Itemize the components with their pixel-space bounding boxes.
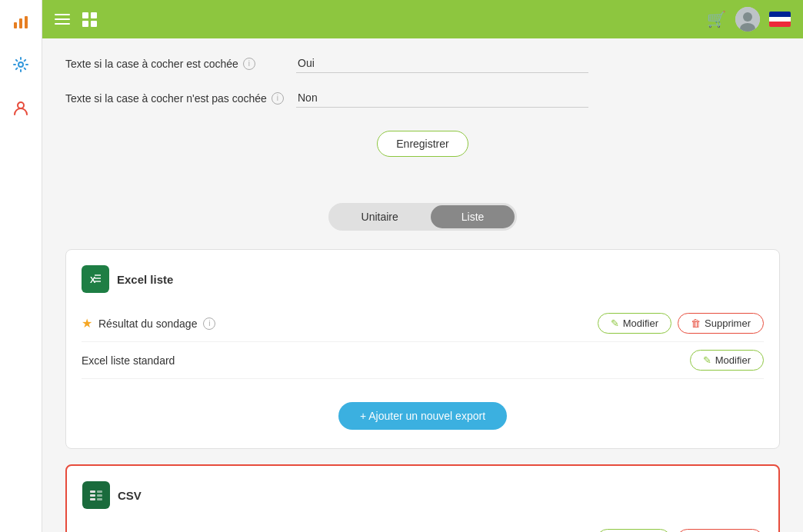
save-button[interactable]: Enregistrer [377, 131, 468, 157]
svg-rect-14 [90, 490, 95, 493]
sidebar-item-settings[interactable] [5, 49, 36, 80]
svg-rect-15 [90, 494, 95, 497]
excel-card-title: Excel liste [117, 273, 173, 286]
csv-row-modele-right: ✎ Modifier 🗑 Supprimer [597, 529, 763, 532]
form-label-checked: Texte si la case à cocher est cochée i [65, 58, 296, 70]
excel-row-standard-right: ✎ Modifier [690, 350, 764, 371]
form-row-checked: Texte si la case à cocher est cochée i [65, 54, 780, 73]
svg-point-4 [18, 102, 24, 108]
excel-standard-modifier-button[interactable]: ✎ Modifier [690, 350, 764, 371]
svg-point-6 [743, 12, 752, 22]
trash-icon: 🗑 [691, 318, 701, 329]
header: 🛒 [42, 0, 803, 38]
sidebar-item-user[interactable] [5, 92, 36, 123]
form-label-unchecked: Texte si la case à cocher n'est pas coch… [65, 92, 296, 105]
user-avatar[interactable] [735, 7, 760, 32]
excel-card-header: X Excel liste [82, 265, 764, 293]
excel-sondage-modifier-button[interactable]: ✎ Modifier [598, 313, 671, 334]
excel-card: X Excel liste ★ Résultat du sondage i [65, 249, 780, 449]
svg-rect-10 [95, 274, 101, 276]
excel-icon: X [82, 265, 109, 293]
excel-add-export-button[interactable]: + Ajouter un nouvel export [338, 402, 507, 430]
sidebar [0, 0, 42, 532]
excel-row-standard: Excel liste standard ✎ Modifier [82, 342, 764, 379]
csv-card: CSV ★ Mon modèle par défaut i ✎ Modifier… [65, 464, 780, 532]
toggle-liste[interactable]: Liste [431, 205, 515, 228]
apps-grid-icon[interactable] [82, 12, 97, 27]
main-content: Texte si la case à cocher est cochée i T… [42, 38, 803, 532]
excel-row-sondage: ★ Résultat du sondage i ✎ Modifier 🗑 Sup… [82, 305, 764, 342]
excel-row-sondage-left: ★ Résultat du sondage i [82, 316, 215, 331]
svg-text:X: X [90, 275, 96, 284]
info-icon-unchecked[interactable]: i [272, 92, 284, 105]
excel-row-standard-left: Excel liste standard [82, 354, 175, 367]
svg-rect-16 [90, 498, 95, 500]
svg-rect-0 [14, 22, 17, 28]
excel-row-standard-name: Excel liste standard [82, 354, 175, 367]
csv-icon [82, 481, 110, 509]
edit-icon: ✎ [611, 318, 619, 329]
svg-point-3 [18, 62, 23, 67]
svg-rect-18 [97, 494, 102, 497]
hamburger-menu-icon[interactable] [55, 14, 70, 25]
view-toggle: Unitaire Liste [65, 203, 780, 231]
header-left [55, 12, 97, 27]
info-icon-checked[interactable]: i [243, 58, 255, 70]
cart-icon[interactable]: 🛒 [707, 10, 726, 28]
excel-row-sondage-name: Résultat du sondage [98, 318, 197, 330]
language-flag[interactable] [769, 12, 791, 27]
header-right: 🛒 [707, 7, 791, 32]
toggle-group: Unitaire Liste [328, 203, 518, 231]
svg-rect-1 [19, 18, 22, 28]
toggle-unitaire[interactable]: Unitaire [331, 205, 429, 228]
edit-icon-standard: ✎ [703, 354, 711, 366]
svg-rect-11 [95, 278, 101, 279]
excel-add-export-wrapper: + Ajouter un nouvel export [82, 390, 764, 433]
form-row-unchecked: Texte si la case à cocher n'est pas coch… [65, 88, 780, 108]
input-checked-value[interactable] [296, 54, 588, 73]
csv-card-header: CSV [82, 481, 763, 509]
svg-rect-19 [97, 498, 102, 500]
sidebar-item-chart[interactable] [5, 6, 36, 37]
svg-rect-17 [97, 490, 102, 493]
svg-rect-2 [25, 16, 28, 28]
info-icon-sondage[interactable]: i [203, 318, 215, 330]
csv-modele-modifier-button[interactable]: ✎ Modifier [597, 529, 671, 532]
app-container: 🛒 Texte si la case à cocher est cochée [42, 0, 803, 532]
csv-row-modele: ★ Mon modèle par défaut i ✎ Modifier 🗑 S… [82, 521, 763, 532]
csv-card-title: CSV [118, 489, 142, 502]
svg-rect-12 [95, 281, 101, 282]
excel-row-sondage-right: ✎ Modifier 🗑 Supprimer [598, 313, 764, 334]
input-unchecked-value[interactable] [296, 88, 588, 108]
csv-modele-supprimer-button[interactable]: 🗑 Supprimer [677, 529, 763, 532]
excel-sondage-supprimer-button[interactable]: 🗑 Supprimer [678, 313, 764, 334]
star-icon-sondage: ★ [82, 316, 92, 331]
